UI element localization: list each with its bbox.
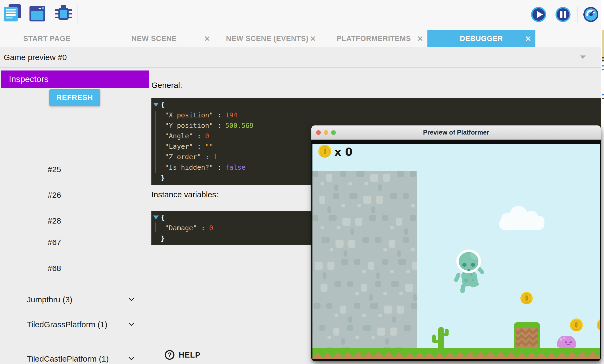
zoom-traffic-light[interactable] (331, 130, 336, 135)
list-item-label: #68 (27, 264, 61, 273)
instance-variables-title: Instance variables: (151, 190, 218, 199)
code-token: : (213, 111, 225, 119)
chevron-down-icon[interactable] (129, 355, 134, 360)
code-token: "" (205, 143, 213, 150)
code-token: 194 (225, 111, 237, 119)
coin-sprite (570, 318, 583, 331)
code-token: : (213, 122, 225, 129)
tab-platformeritems[interactable]: PLATFORMERITEMS✕ (320, 30, 427, 47)
profiler-gauge-button[interactable] (583, 7, 598, 22)
cactus-sprite (432, 325, 450, 348)
list-item-label: #26 (27, 191, 61, 199)
code-token: } (161, 174, 165, 182)
tab-new-scene[interactable]: NEW SCENE✕ (94, 30, 214, 47)
tab-debugger[interactable]: DEBUGGER✕ (427, 30, 535, 47)
object-group-jumpthru-3-[interactable]: Jumpthru (3) (27, 295, 137, 304)
pause-button[interactable] (555, 7, 571, 22)
hud-coin-icon (318, 145, 331, 158)
inspectors-header: Inspectors (1, 70, 149, 88)
code-token: : (193, 143, 205, 150)
alien-player-sprite (454, 250, 486, 296)
coin-sprite (597, 318, 600, 331)
code-token: 1 (213, 153, 217, 161)
game-preview-selector[interactable]: Game preview #0 (0, 47, 601, 68)
code-token: 500.569 (225, 122, 253, 129)
ground-dirt (312, 357, 600, 359)
code-token: "Angle" (165, 132, 193, 140)
minimize-traffic-light[interactable] (324, 130, 328, 135)
code-token: "Z order" (165, 153, 201, 161)
instance--67[interactable]: #67 (27, 238, 137, 247)
close-traffic-light[interactable] (316, 130, 321, 135)
help-label: HELP (179, 351, 200, 359)
inspectors-header-label: Inspectors (9, 74, 49, 84)
preview-window-title: Preview of Platformer (423, 129, 489, 136)
refresh-button[interactable]: REFRESH (49, 89, 100, 106)
code-line: { (151, 99, 601, 110)
toolbar-divider-2 (577, 6, 577, 23)
code-token: "Damage" (165, 224, 197, 232)
tab-new-scene-events-[interactable]: NEW SCENE (EVENTS)✕ (214, 30, 320, 47)
chevron-down-icon[interactable] (129, 320, 134, 326)
question-mark-icon: ? (165, 350, 174, 360)
gdevelop-debugger-screen: START PAGENEW SCENE✕NEW SCENE (EVENTS)✕P… (0, 0, 604, 364)
code-token: false (225, 164, 245, 171)
game-viewport[interactable]: x 0 (312, 144, 600, 359)
alien-helmet-icon (456, 250, 481, 273)
code-token: { (161, 214, 165, 221)
preview-window-titlebar[interactable]: Preview of Platformer (311, 125, 601, 140)
list-item-label: TiledCastlePlatform (1) (27, 354, 118, 364)
grass-platform-sprite (514, 322, 540, 348)
code-token: } (161, 235, 165, 242)
list-item-label: #25 (27, 165, 61, 174)
help-button[interactable]: ? HELP (165, 350, 200, 360)
tab-close-icon[interactable]: ✕ (525, 34, 532, 43)
tab-close-icon[interactable]: ✕ (310, 34, 316, 43)
tab-close-icon[interactable]: ✕ (204, 34, 211, 43)
code-token: "Layer" (165, 143, 193, 150)
collapse-triangle-icon[interactable] (153, 103, 159, 106)
hud-coin-count: x 0 (334, 146, 353, 158)
pause-icon (560, 11, 562, 18)
instance--26[interactable]: #26 (27, 191, 137, 200)
tab-label: PLATFORMERITEMS (337, 35, 411, 43)
cloud-sprite (498, 206, 546, 232)
pink-blob-enemy-sprite (557, 336, 576, 348)
castle-wall-sprite (312, 171, 417, 348)
object-group-tiledcastleplatform-1-[interactable]: TiledCastlePlatform (1) (27, 354, 137, 364)
code-token: : (193, 132, 205, 140)
scene-window-icon[interactable] (29, 4, 47, 23)
code-token: "Is hidden?" (165, 164, 213, 171)
tab-label: DEBUGGER (460, 35, 503, 43)
preview-window: Preview of Platformer (311, 125, 601, 361)
code-token: 0 (209, 224, 213, 232)
list-item-label: #67 (27, 238, 61, 247)
code-line: "X position" : 194 (151, 110, 601, 120)
tab-label: NEW SCENE (EVENTS) (226, 35, 309, 43)
dirt-chevron-texture (516, 328, 538, 348)
toolbar-divider (77, 5, 77, 24)
code-token: : (201, 153, 213, 161)
debugger-bug-icon[interactable] (55, 4, 72, 23)
instance--25[interactable]: #25 (27, 165, 137, 174)
instance--68[interactable]: #68 (27, 264, 137, 273)
play-button[interactable] (531, 7, 546, 22)
tab-start-page[interactable]: START PAGE (0, 30, 94, 47)
play-icon (537, 11, 543, 18)
scenes-list-icon[interactable] (4, 4, 21, 23)
right-panel-sliver (601, 0, 604, 364)
tab-close-icon[interactable]: ✕ (417, 34, 424, 43)
chevron-down-icon[interactable] (129, 295, 134, 301)
tab-bar: START PAGENEW SCENE✕NEW SCENE (EVENTS)✕P… (0, 30, 604, 47)
code-token: : (213, 164, 225, 171)
top-toolbar (0, 0, 604, 30)
game-preview-selector-value: Game preview #0 (4, 53, 67, 62)
tab-label: NEW SCENE (132, 35, 177, 43)
collapse-triangle-icon[interactable] (153, 216, 159, 219)
list-item-label: #28 (27, 216, 61, 225)
code-token: "X position" (165, 111, 213, 119)
list-item-label: Jumpthru (3) (27, 295, 118, 304)
code-token: 0 (205, 132, 209, 140)
instance--28[interactable]: #28 (27, 216, 137, 225)
object-group-tiledgrassplatform-1-[interactable]: TiledGrassPlatform (1) (27, 320, 137, 329)
